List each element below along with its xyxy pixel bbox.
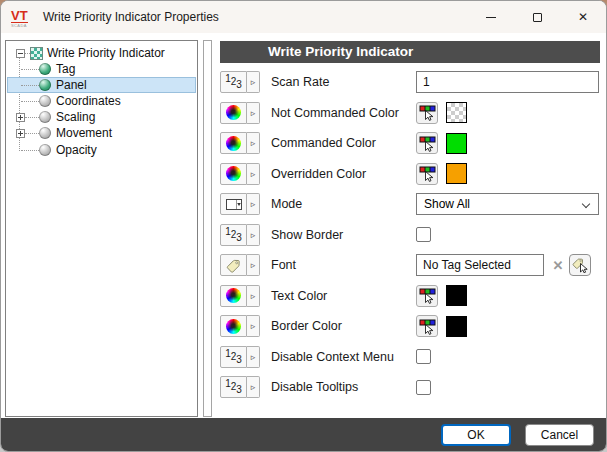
panel-splitter[interactable] bbox=[203, 40, 212, 417]
row-commanded-color: ▹ Commanded Color bbox=[220, 128, 600, 159]
color-picker-button[interactable] bbox=[416, 102, 438, 124]
expander-arrow-icon[interactable]: ▹ bbox=[247, 224, 260, 246]
tree-root-label: Write Priority Indicator bbox=[47, 46, 165, 60]
show-border-checkbox[interactable] bbox=[416, 227, 431, 242]
color-swatch[interactable] bbox=[446, 285, 467, 306]
close-icon: ✕ bbox=[578, 11, 588, 23]
tree-item-coordinates[interactable]: Coordinates bbox=[7, 93, 196, 109]
sphere-green-icon bbox=[39, 79, 51, 91]
expression-button[interactable]: 123 ▹ bbox=[220, 71, 260, 93]
row-border-color: ▹ Border Color bbox=[220, 311, 600, 342]
tree-item-movement[interactable]: Movement bbox=[7, 125, 196, 141]
color-wheel-icon bbox=[226, 136, 241, 151]
color-swatch[interactable] bbox=[446, 163, 467, 184]
tree-item-label: Movement bbox=[56, 126, 112, 140]
row-overridden-color: ▹ Overridden Color bbox=[220, 159, 600, 190]
expression-button[interactable]: ▹ bbox=[220, 193, 260, 215]
tree-item-tag[interactable]: Tag bbox=[7, 61, 196, 77]
dialog-footer: OK Cancel bbox=[1, 418, 606, 451]
row-label: Disable Tooltips bbox=[271, 380, 358, 394]
indicator-icon bbox=[30, 47, 43, 60]
close-button[interactable]: ✕ bbox=[560, 1, 606, 33]
property-tree: Write Priority Indicator Tag Panel Coord… bbox=[5, 40, 198, 417]
tree-item-panel[interactable]: Panel bbox=[7, 77, 196, 93]
clear-tag-button[interactable]: ✕ bbox=[549, 258, 567, 273]
select-tag-button[interactable] bbox=[569, 254, 591, 276]
color-picker-button[interactable] bbox=[416, 132, 438, 154]
tree-item-label: Scaling bbox=[56, 110, 95, 124]
scan-rate-input[interactable] bbox=[416, 71, 599, 93]
color-picker-button[interactable] bbox=[416, 163, 438, 185]
row-label: Mode bbox=[271, 197, 302, 211]
expander-arrow-icon[interactable]: ▹ bbox=[247, 285, 260, 307]
tree-item-opacity[interactable]: Opacity bbox=[7, 142, 196, 158]
expander-arrow-icon[interactable]: ▹ bbox=[247, 193, 260, 215]
color-wheel-icon bbox=[226, 319, 241, 334]
maximize-icon bbox=[533, 13, 542, 22]
expander-arrow-icon[interactable]: ▹ bbox=[247, 376, 260, 398]
expression-button[interactable]: ▹ bbox=[220, 315, 260, 337]
expression-button[interactable]: ▹ bbox=[220, 285, 260, 307]
expander-arrow-icon[interactable]: ▹ bbox=[247, 132, 260, 154]
row-label: Not Commanded Color bbox=[271, 106, 399, 120]
color-swatch[interactable] bbox=[446, 133, 467, 154]
title-bar: VT SCADA Write Priority Indicator Proper… bbox=[1, 1, 606, 33]
row-scan-rate: 123 ▹ Scan Rate bbox=[220, 67, 600, 98]
color-swatch[interactable] bbox=[446, 316, 467, 337]
dropdown-list-icon bbox=[226, 199, 242, 210]
vtscada-logo-icon: VT SCADA bbox=[11, 6, 35, 28]
expander-arrow-icon[interactable]: ▹ bbox=[247, 71, 260, 93]
row-disable-tooltips: 123 ▹ Disable Tooltips bbox=[220, 372, 600, 403]
collapse-toggle-icon[interactable] bbox=[16, 49, 25, 58]
properties-panel: Write Priority Indicator 123 ▹ Scan Rate… bbox=[220, 41, 600, 403]
minimize-button[interactable] bbox=[468, 1, 514, 33]
expand-toggle-icon[interactable] bbox=[16, 129, 25, 138]
maximize-button[interactable] bbox=[514, 1, 560, 33]
expander-arrow-icon[interactable]: ▹ bbox=[247, 102, 260, 124]
expression-button[interactable]: 123 ▹ bbox=[220, 224, 260, 246]
mode-selected-value: Show All bbox=[424, 197, 470, 211]
color-wheel-icon bbox=[226, 166, 241, 181]
row-label: Overridden Color bbox=[271, 167, 366, 181]
expression-button[interactable]: 123 ▹ bbox=[220, 376, 260, 398]
color-swatch[interactable] bbox=[446, 102, 467, 123]
expression-button[interactable]: ▹ bbox=[220, 163, 260, 185]
tree-item-label: Tag bbox=[56, 62, 75, 76]
color-picker-button[interactable] bbox=[416, 315, 438, 337]
panel-header: Write Priority Indicator bbox=[220, 41, 600, 63]
expression-button[interactable]: 123 ▹ bbox=[220, 346, 260, 368]
color-picker-button[interactable] bbox=[416, 285, 438, 307]
sphere-gray-icon bbox=[39, 95, 51, 107]
row-label: Scan Rate bbox=[271, 75, 329, 89]
cancel-button[interactable]: Cancel bbox=[525, 424, 594, 446]
row-font: ▹ Font ✕ bbox=[220, 250, 600, 281]
expression-button[interactable]: ▹ bbox=[220, 254, 260, 276]
expand-toggle-icon[interactable] bbox=[16, 113, 25, 122]
expander-arrow-icon[interactable]: ▹ bbox=[247, 254, 260, 276]
expander-arrow-icon[interactable]: ▹ bbox=[247, 346, 260, 368]
expression-button[interactable]: ▹ bbox=[220, 132, 260, 154]
ok-button[interactable]: OK bbox=[441, 424, 511, 446]
row-not-commanded-color: ▹ Not Commanded Color bbox=[220, 98, 600, 129]
row-label: Text Color bbox=[271, 289, 327, 303]
color-wheel-icon bbox=[226, 288, 241, 303]
expander-arrow-icon[interactable]: ▹ bbox=[247, 315, 260, 337]
disable-context-menu-checkbox[interactable] bbox=[416, 349, 431, 364]
row-show-border: 123 ▹ Show Border bbox=[220, 220, 600, 251]
tree-root[interactable]: Write Priority Indicator bbox=[7, 45, 196, 61]
expression-button[interactable]: ▹ bbox=[220, 102, 260, 124]
sphere-gray-icon bbox=[39, 144, 51, 156]
tag-picker-icon bbox=[572, 257, 588, 273]
numeric-constant-icon: 123 bbox=[225, 77, 242, 87]
tree-item-label: Panel bbox=[56, 78, 87, 92]
expander-arrow-icon[interactable]: ▹ bbox=[247, 163, 260, 185]
tree-item-label: Opacity bbox=[56, 143, 97, 157]
sphere-gray-icon bbox=[39, 127, 51, 139]
numeric-constant-icon: 123 bbox=[225, 382, 242, 392]
font-tag-input[interactable] bbox=[416, 254, 544, 276]
disable-tooltips-checkbox[interactable] bbox=[416, 380, 431, 395]
mode-select[interactable]: Show All bbox=[416, 193, 599, 215]
tree-item-scaling[interactable]: Scaling bbox=[7, 109, 196, 125]
logo-text: VT bbox=[11, 10, 28, 23]
sphere-green-icon bbox=[39, 63, 51, 75]
